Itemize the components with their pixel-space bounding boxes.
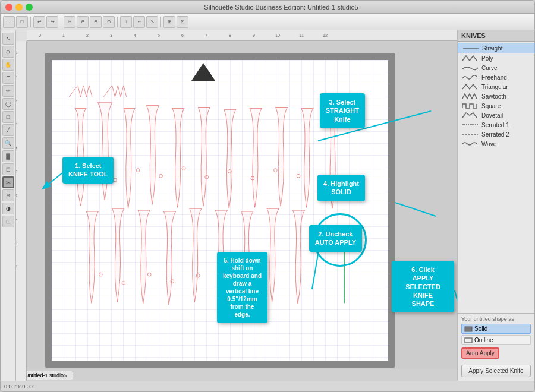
tool-text[interactable]: T (2, 72, 14, 84)
tool-node[interactable]: ◇ (2, 46, 14, 58)
knife-name-freehand: Freehand (482, 74, 507, 81)
tool-shadow[interactable]: ◑ (2, 203, 14, 214)
svg-text:6: 6 (16, 194, 18, 197)
toolbar-btn-2[interactable]: □ (16, 16, 28, 28)
svg-text:9: 9 (16, 265, 18, 268)
close-button[interactable] (5, 4, 12, 11)
solid-icon (464, 326, 473, 332)
knife-icon-triangular (461, 83, 479, 90)
knife-name-triangular: Triangular (482, 84, 508, 90)
knife-item-serrated2[interactable]: Serrated 2 (458, 129, 534, 139)
minimize-button[interactable] (15, 4, 23, 11)
canvas-content: 1. Select KNIFE TOOL (27, 41, 457, 369)
tool-eraser[interactable]: ◻ (2, 163, 14, 175)
knife-icon-square (461, 102, 479, 109)
tool-weld[interactable]: ⊕ (2, 189, 14, 201)
knife-name-square: Square (482, 103, 501, 109)
knife-item-wave[interactable]: Wave (458, 139, 534, 148)
svg-text:5: 5 (16, 170, 18, 173)
svg-rect-53 (465, 338, 472, 343)
svg-point-37 (147, 273, 151, 276)
tool-pan[interactable]: ✋ (2, 59, 14, 71)
svg-text:12: 12 (323, 33, 328, 37)
toolbar-btn-cut[interactable]: ✂ (64, 16, 75, 28)
toolbar-btn-grid[interactable]: ⊞ (163, 16, 175, 28)
knife-name-dovetail: Dovetail (482, 112, 503, 119)
knife-list[interactable]: Straight Poly Curve (458, 42, 534, 313)
toolbar-btn-zoom-out[interactable]: ⊖ (90, 16, 102, 28)
window-title: Silhouette Studio Business Edition: Unti… (33, 4, 530, 11)
knife-icon-freehand (461, 74, 479, 81)
main-area: ↖ ◇ ✋ T ✏ ◯ □ ╱ 🔍 ▓ ◻ ✂ ⊕ ◑ ⊡ 0 1 2 (1, 30, 534, 381)
callout-step5: 5. Hold down shift on keyboard and draw … (217, 252, 268, 323)
svg-point-33 (274, 169, 278, 172)
canvas-area[interactable]: 0 1 2 3 4 5 6 7 8 9 10 11 12 (16, 30, 457, 381)
tool-rect[interactable]: □ (2, 111, 14, 123)
knife-item-serrated1[interactable]: Serrated 1 (458, 120, 534, 129)
knife-item-poly[interactable]: Poly (458, 53, 534, 63)
knife-item-freehand[interactable]: Freehand (458, 72, 534, 82)
tool-zoom[interactable]: 🔍 (2, 137, 14, 149)
toolbar-btn-1[interactable]: ☰ (3, 16, 15, 28)
callout-step2-text: 2. Uncheck AUTO APPLY (315, 230, 356, 246)
tool-select[interactable]: ↖ (2, 33, 14, 45)
ruler-vertical: 0 1 2 3 4 5 6 7 8 9 (16, 30, 27, 381)
toolbar-btn-undo[interactable]: ↩ (33, 16, 45, 28)
tool-line[interactable]: ╱ (2, 124, 14, 136)
toolbar: ☰ □ ↩ ↪ ✂ ⊕ ⊖ ⊙ ↕ ↔ ⤡ ⊞ ⊡ (1, 14, 534, 30)
svg-text:1: 1 (62, 33, 65, 37)
tool-crop[interactable]: ⊡ (2, 216, 14, 227)
svg-text:8: 8 (229, 33, 231, 37)
knife-item-curve[interactable]: Curve (458, 63, 534, 72)
svg-text:0: 0 (39, 33, 41, 37)
knife-item-sawtooth[interactable]: Sawtooth (458, 91, 534, 101)
tab-bar: Untitled-1.studio5 (16, 369, 457, 381)
toolbar-separator-3 (117, 17, 118, 27)
knife-item-triangular[interactable]: Triangular (458, 82, 534, 91)
tool-shape[interactable]: ◯ (2, 98, 14, 110)
svg-text:6: 6 (181, 33, 184, 37)
outline-button[interactable]: Outline (461, 335, 531, 345)
knife-item-dovetail[interactable]: Dovetail (458, 110, 534, 120)
title-bar: Silhouette Studio Business Edition: Unti… (1, 1, 534, 14)
callout-step2: 2. Uncheck AUTO APPLY (309, 225, 362, 252)
knife-icon-curve (461, 64, 479, 71)
maximize-button[interactable] (26, 4, 33, 11)
auto-apply-row: Auto Apply (461, 347, 531, 359)
svg-text:2: 2 (16, 99, 18, 102)
knife-icon-straight (462, 45, 480, 52)
outline-icon (464, 337, 473, 343)
svg-text:7: 7 (16, 218, 18, 220)
solid-button[interactable]: Solid (461, 324, 531, 334)
svg-text:0: 0 (16, 52, 18, 54)
toolbar-btn-flip-v[interactable]: ↕ (120, 16, 132, 28)
knife-tool-button[interactable]: ✂ (2, 176, 14, 188)
svg-point-26 (114, 178, 117, 182)
knife-name-wave: Wave (482, 141, 496, 147)
callout-step3: 3. Select STRAIGHT Knife (320, 93, 365, 128)
toolbar-separator-4 (160, 17, 161, 27)
toolbar-btn-zoom-in[interactable]: ⊕ (77, 16, 89, 28)
apply-selected-knife-button[interactable]: Apply Selected Knife (461, 365, 531, 377)
knife-name-serrated1: Serrated 1 (482, 122, 509, 128)
knife-icon-poly (461, 55, 479, 62)
shape-type-section: Your untitled shape as Solid Outline Aut… (458, 313, 534, 361)
toolbar-btn-fit[interactable]: ⊙ (103, 16, 115, 28)
outline-label: Outline (474, 337, 493, 343)
svg-point-35 (99, 273, 102, 276)
toolbar-btn-flip-h[interactable]: ↔ (133, 16, 145, 28)
toolbar-btn-rotate[interactable]: ⤡ (146, 16, 158, 28)
tool-fill[interactable]: ▓ (2, 150, 14, 162)
toolbar-btn-snap[interactable]: ⊡ (177, 16, 188, 28)
knife-item-straight[interactable]: Straight (458, 43, 534, 53)
auto-apply-button[interactable]: Auto Apply (461, 347, 499, 359)
knives-panel-title: KNIVES (458, 30, 534, 42)
knife-item-square[interactable]: Square (458, 101, 534, 110)
toolbar-btn-redo[interactable]: ↪ (46, 16, 58, 28)
ruler-corner (16, 30, 27, 41)
tool-draw[interactable]: ✏ (2, 85, 14, 97)
knife-name-straight: Straight (482, 45, 502, 52)
svg-rect-52 (465, 327, 472, 331)
knife-icon-wave (461, 140, 479, 147)
svg-text:10: 10 (275, 33, 280, 37)
